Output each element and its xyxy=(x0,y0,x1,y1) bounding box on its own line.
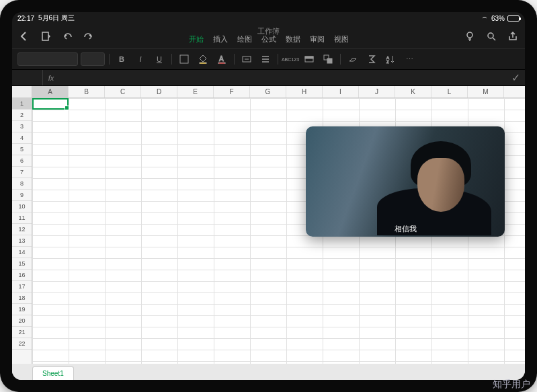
date: 5月6日 周三 xyxy=(38,13,75,23)
row-header[interactable]: 11 xyxy=(12,212,32,224)
row-header[interactable]: 12 xyxy=(12,224,32,235)
topbar-right xyxy=(464,31,518,42)
battery-percent: 63% xyxy=(491,15,505,22)
sheet-tab[interactable]: Sheet1 xyxy=(32,366,74,380)
row-header[interactable]: 8 xyxy=(12,178,32,190)
search-icon[interactable] xyxy=(486,31,497,42)
column-headers: A B C D E F G H I J K L M xyxy=(12,86,525,98)
autosum-button[interactable] xyxy=(364,52,380,66)
row-header[interactable]: 17 xyxy=(12,281,32,292)
tab-home[interactable]: 开始 xyxy=(189,34,204,44)
row-header[interactable]: 1 xyxy=(12,98,32,110)
col-header[interactable]: E xyxy=(177,86,214,97)
align-button[interactable] xyxy=(257,52,274,66)
svg-rect-9 xyxy=(305,56,313,58)
more-button[interactable]: ⋯ xyxy=(401,52,417,66)
fx-icon: fx xyxy=(43,70,59,85)
row-header[interactable]: 5 xyxy=(12,144,32,155)
underline-button[interactable]: U xyxy=(151,52,167,66)
col-header[interactable]: K xyxy=(395,86,431,97)
redo-icon[interactable] xyxy=(83,31,94,42)
name-box[interactable] xyxy=(12,70,43,85)
svg-text:A: A xyxy=(219,55,224,63)
new-file-icon[interactable] xyxy=(40,31,51,42)
col-header[interactable]: D xyxy=(141,86,177,97)
video-subtitle: 相信我 xyxy=(395,224,417,234)
screen: 22:17 5月6日 周三 63% 工作簿 开始 插入 绘图 公式 数据 审阅 … xyxy=(12,12,525,380)
row-header[interactable]: 19 xyxy=(12,304,32,315)
row-header[interactable]: 7 xyxy=(12,167,32,178)
svg-text:Z: Z xyxy=(386,60,389,64)
bold-button[interactable]: B xyxy=(114,52,130,66)
watermark: 知乎用户 xyxy=(493,379,530,391)
picture-in-picture-overlay[interactable]: 相信我 xyxy=(306,126,505,237)
col-header[interactable]: H xyxy=(286,86,323,97)
lightbulb-icon[interactable] xyxy=(464,31,475,42)
back-icon[interactable] xyxy=(19,31,30,42)
col-header[interactable]: I xyxy=(323,86,359,97)
row-header[interactable]: 13 xyxy=(12,235,32,247)
row-header[interactable]: 9 xyxy=(12,190,32,201)
border-button[interactable] xyxy=(176,52,192,66)
col-header[interactable]: C xyxy=(105,86,141,97)
row-header[interactable]: 2 xyxy=(12,110,32,121)
tab-draw[interactable]: 绘图 xyxy=(237,34,252,44)
col-header[interactable]: A xyxy=(32,86,69,97)
row-header[interactable]: 14 xyxy=(12,247,32,258)
select-all-corner[interactable] xyxy=(12,86,32,97)
active-cell-selection[interactable] xyxy=(32,98,69,110)
row-header[interactable]: 3 xyxy=(12,121,32,132)
row-header[interactable]: 18 xyxy=(12,292,32,304)
col-header[interactable]: L xyxy=(431,86,468,97)
undo-icon[interactable] xyxy=(62,31,73,42)
merge-button[interactable] xyxy=(239,52,255,66)
formula-input[interactable] xyxy=(59,70,506,85)
status-right: 63% xyxy=(481,15,520,22)
svg-point-1 xyxy=(467,32,472,38)
row-header[interactable]: 21 xyxy=(12,327,32,338)
cell-style-button[interactable] xyxy=(301,52,317,66)
formula-confirm-icon[interactable]: ✓ xyxy=(506,70,525,85)
font-color-button[interactable]: A xyxy=(214,52,230,66)
row-header[interactable]: 16 xyxy=(12,270,32,281)
clear-button[interactable] xyxy=(345,52,361,66)
clock: 22:17 xyxy=(17,15,34,22)
col-header[interactable]: F xyxy=(214,86,250,97)
font-selector[interactable] xyxy=(17,52,78,66)
formula-bar: fx ✓ xyxy=(12,70,525,86)
svg-rect-0 xyxy=(42,32,48,40)
col-header[interactable]: J xyxy=(359,86,395,97)
status-bar: 22:17 5月6日 周三 63% xyxy=(12,12,525,24)
tab-view[interactable]: 视图 xyxy=(334,34,349,44)
italic-button[interactable]: I xyxy=(132,52,149,66)
svg-point-2 xyxy=(488,33,493,38)
fill-color-button[interactable] xyxy=(195,52,211,66)
row-header[interactable]: 22 xyxy=(12,338,32,350)
tab-insert[interactable]: 插入 xyxy=(213,34,228,44)
col-header[interactable]: G xyxy=(250,86,286,97)
battery-icon xyxy=(507,15,520,22)
row-header[interactable]: 4 xyxy=(12,132,32,144)
tab-formula[interactable]: 公式 xyxy=(261,34,276,44)
tab-review[interactable]: 审阅 xyxy=(310,34,325,44)
number-format-button[interactable]: ABC123 xyxy=(282,52,298,66)
separator xyxy=(109,54,110,65)
size-selector[interactable] xyxy=(81,52,105,66)
status-left: 22:17 5月6日 周三 xyxy=(17,13,75,23)
row-header[interactable]: 20 xyxy=(12,315,32,327)
svg-rect-3 xyxy=(180,55,188,63)
share-icon[interactable] xyxy=(507,31,518,42)
tab-data[interactable]: 数据 xyxy=(286,34,300,44)
sheet-tabs: Sheet1 xyxy=(12,364,525,380)
video-content xyxy=(384,141,478,222)
insert-cell-button[interactable] xyxy=(320,52,336,66)
row-header[interactable]: 6 xyxy=(12,155,32,167)
row-header[interactable]: 10 xyxy=(12,201,32,212)
col-header[interactable]: M xyxy=(468,86,504,97)
separator xyxy=(234,54,235,65)
row-header[interactable]: 15 xyxy=(12,258,32,270)
sort-filter-button[interactable]: AZ xyxy=(382,52,399,66)
svg-rect-4 xyxy=(200,63,206,64)
col-header[interactable]: B xyxy=(69,86,105,97)
separator xyxy=(171,54,172,65)
